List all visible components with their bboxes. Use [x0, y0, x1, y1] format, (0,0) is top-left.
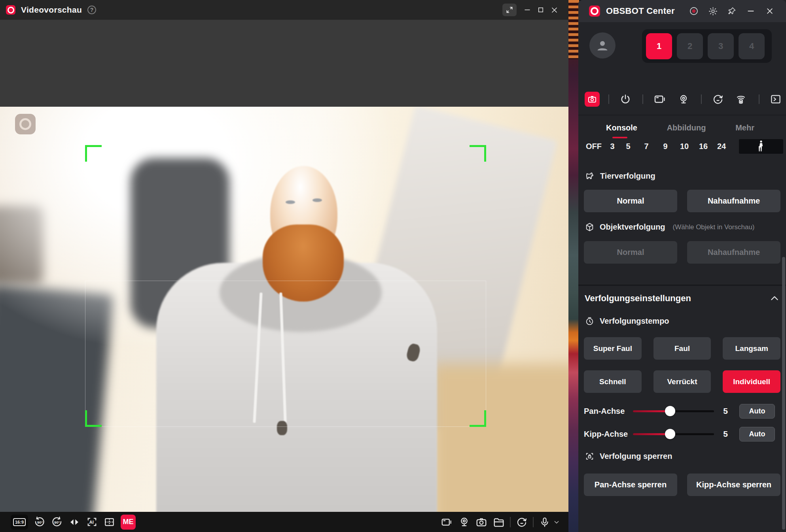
- webcam-icon: [458, 516, 470, 528]
- rotate-ccw-button[interactable]: 90°: [34, 516, 45, 528]
- chevron-up-icon[interactable]: [769, 293, 780, 304]
- panel-close-button[interactable]: [765, 6, 775, 16]
- cube-icon: [585, 222, 595, 232]
- zoom-10-option[interactable]: 10: [675, 142, 694, 151]
- animal-tracking-header: Tierverfolgung: [585, 171, 655, 181]
- preset-1-button[interactable]: 1: [646, 33, 672, 59]
- grid-button[interactable]: [103, 516, 115, 528]
- me-mode-button[interactable]: ME: [121, 515, 136, 530]
- svg-text:AI: AI: [89, 520, 93, 524]
- settings-button[interactable]: [708, 6, 718, 16]
- tracking-lock-label: Verfolgung sperren: [600, 452, 672, 461]
- pan-axis-slider[interactable]: [633, 410, 714, 412]
- tab-konsole[interactable]: Konsole: [606, 123, 637, 132]
- zoom-3-option[interactable]: 3: [605, 142, 619, 151]
- reset-gimbal-button[interactable]: [712, 93, 724, 105]
- animal-closeup-button[interactable]: Nahaufnahme: [687, 190, 780, 212]
- aspect-ratio-button[interactable]: 16:9: [11, 515, 28, 530]
- person-icon: [595, 38, 610, 53]
- mirror-button[interactable]: [68, 516, 80, 528]
- console-button[interactable]: [770, 93, 782, 105]
- object-normal-button[interactable]: Normal: [584, 241, 677, 264]
- avatar[interactable]: [589, 32, 616, 58]
- expand-window-button[interactable]: [502, 4, 517, 16]
- standing-person-icon: [756, 140, 766, 153]
- video-feed[interactable]: [0, 107, 568, 512]
- gimbal-button[interactable]: [735, 93, 747, 105]
- tab-mehr[interactable]: Mehr: [735, 123, 754, 132]
- pan-auto-button[interactable]: Auto: [739, 404, 775, 419]
- tilt-slider-knob[interactable]: [665, 429, 675, 439]
- media-folder-button[interactable]: [492, 516, 505, 528]
- speed-schnell-button[interactable]: Schnell: [584, 370, 642, 393]
- speed-clock-icon: [585, 316, 595, 326]
- tilt-axis-slider[interactable]: [633, 433, 714, 435]
- reset-icon: [712, 93, 724, 105]
- tracking-lock-header: Verfolgung sperren: [585, 451, 672, 461]
- rotate-ccw-icon: 90°: [34, 516, 45, 528]
- speed-faul-button[interactable]: Faul: [653, 337, 711, 360]
- pin-button[interactable]: [727, 6, 737, 16]
- zoom-9-option[interactable]: 9: [656, 142, 675, 151]
- zoom-off-option[interactable]: OFF: [582, 142, 605, 151]
- tilt-axis-row: Kipp-Achse 5 Auto: [584, 426, 780, 442]
- speed-langsam-button[interactable]: Langsam: [723, 337, 780, 360]
- framing-preview-box[interactable]: [739, 139, 783, 154]
- preset-3-button[interactable]: 3: [708, 33, 734, 59]
- virtual-cam-icon: [653, 93, 666, 106]
- speed-verrueckt-button[interactable]: Verrückt: [653, 370, 711, 393]
- power-button[interactable]: [619, 93, 631, 105]
- grid-icon: [104, 516, 115, 528]
- tracking-settings-header: Verfolgungseinstellungen: [585, 293, 780, 304]
- window-title: Videovorschau: [21, 5, 82, 15]
- tab-abbildung[interactable]: Abbildung: [667, 123, 706, 132]
- lock-tilt-button[interactable]: Kipp-Achse sperren: [687, 474, 780, 496]
- lock-pan-button[interactable]: Pan-Achse sperren: [584, 474, 677, 496]
- zoom-5-option[interactable]: 5: [619, 142, 637, 151]
- rotate-cw-button[interactable]: 90°: [51, 516, 63, 528]
- panel-scrollbar[interactable]: [782, 257, 785, 530]
- preset-4-button[interactable]: 4: [739, 33, 765, 59]
- zoom-24-option[interactable]: 24: [713, 142, 730, 151]
- reset-icon: [516, 516, 528, 528]
- video-toolbar: 16:9 90° 90°: [0, 512, 568, 532]
- preset-2-button[interactable]: 2: [677, 33, 703, 59]
- pan-slider-knob[interactable]: [665, 406, 675, 416]
- camera-mode-button[interactable]: [585, 92, 600, 107]
- microphone-button[interactable]: [538, 516, 551, 528]
- object-closeup-button[interactable]: Nahaufnahme: [687, 241, 780, 264]
- maximize-button[interactable]: [534, 3, 547, 17]
- camera-icon: [475, 516, 487, 528]
- ai-icon: AI: [86, 516, 98, 528]
- reset-gimbal-button[interactable]: [515, 516, 528, 528]
- microphone-dropdown[interactable]: [553, 516, 561, 528]
- person-eye-left: [286, 200, 295, 204]
- virtual-cam-button[interactable]: [653, 93, 666, 106]
- ai-tracking-button[interactable]: AI: [86, 516, 98, 528]
- webcam-button[interactable]: [458, 516, 470, 528]
- zoom-16-option[interactable]: 16: [694, 142, 713, 151]
- pin-icon: [727, 6, 737, 16]
- zoom-7-option[interactable]: 7: [637, 142, 656, 151]
- help-icon[interactable]: ?: [87, 6, 96, 14]
- console-icon: [770, 93, 782, 105]
- close-icon: [766, 7, 774, 15]
- record-indicator-button[interactable]: [689, 6, 699, 16]
- lock-icon: [585, 451, 595, 461]
- preset-group: 1 2 3 4: [642, 29, 772, 63]
- gimbal-icon: [735, 93, 747, 105]
- video-stage-background: [0, 20, 568, 107]
- minimize-button[interactable]: [521, 3, 534, 17]
- toolbar-divider: [642, 94, 643, 104]
- speed-individuell-button[interactable]: Individuell: [723, 370, 780, 393]
- video-preview-window: Videovorschau ?: [0, 0, 568, 532]
- panel-minimize-button[interactable]: [746, 6, 756, 16]
- virtual-cam-button[interactable]: [440, 516, 453, 528]
- snapshot-button[interactable]: [475, 516, 488, 528]
- tilt-auto-button[interactable]: Auto: [739, 427, 775, 441]
- animal-normal-button[interactable]: Normal: [584, 190, 677, 212]
- speed-super-faul-button[interactable]: Super Faul: [584, 337, 642, 360]
- close-button[interactable]: [547, 3, 561, 17]
- webcam-view-button[interactable]: [678, 94, 689, 105]
- toolbar-divider: [759, 94, 759, 104]
